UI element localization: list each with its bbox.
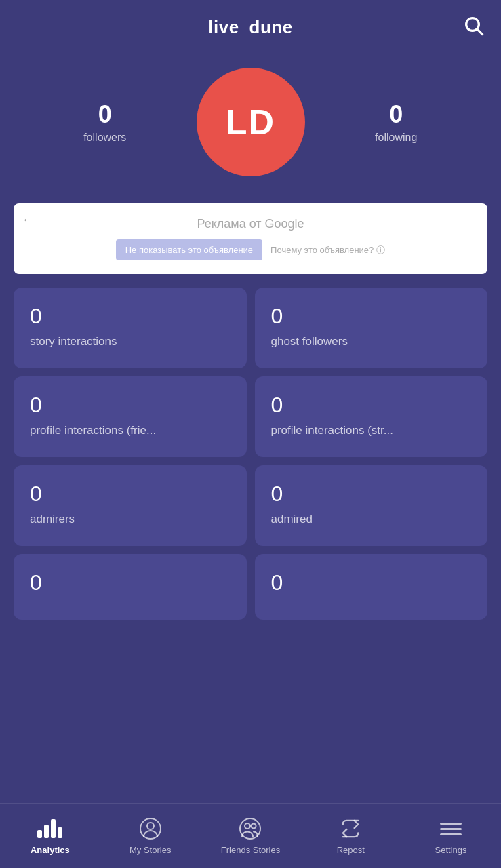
ad-buttons: Не показывать это объявление Почему это … bbox=[116, 239, 386, 260]
followers-count: 0 bbox=[98, 100, 112, 129]
repost-icon bbox=[338, 816, 363, 841]
following-block[interactable]: 0 following bbox=[319, 100, 475, 144]
svg-line-1 bbox=[477, 29, 483, 35]
nav-item-repost[interactable]: Repost bbox=[300, 811, 401, 861]
stat-value: 0 bbox=[271, 570, 472, 595]
stats-grid: 0 story interactions 0 ghost followers 0… bbox=[0, 288, 501, 620]
header: live_dune bbox=[0, 0, 501, 54]
nav-item-settings[interactable]: Settings bbox=[401, 811, 501, 861]
stat-label: profile interactions (frie... bbox=[30, 423, 231, 438]
profile-section: 0 followers LD 0 following bbox=[0, 54, 501, 203]
nav-item-analytics[interactable]: Analytics bbox=[0, 811, 100, 861]
stat-card-admired[interactable]: 0 admired bbox=[255, 465, 488, 546]
followers-label: followers bbox=[83, 132, 126, 144]
nav-label-repost: Repost bbox=[337, 845, 365, 855]
stat-card-extra-1[interactable]: 0 bbox=[14, 554, 247, 620]
stat-label: admirers bbox=[30, 512, 231, 527]
avatar-container[interactable]: LD bbox=[197, 68, 305, 176]
followers-block[interactable]: 0 followers bbox=[27, 100, 183, 144]
stat-card-extra-2[interactable]: 0 bbox=[255, 554, 488, 620]
nav-item-my-stories[interactable]: My Stories bbox=[100, 811, 201, 861]
stat-card-story-interactions[interactable]: 0 story interactions bbox=[14, 288, 247, 368]
stat-card-profile-stories[interactable]: 0 profile interactions (str... bbox=[255, 376, 488, 457]
following-label: following bbox=[375, 132, 417, 144]
nav-label-settings: Settings bbox=[435, 845, 467, 855]
hamburger-icon bbox=[439, 816, 463, 841]
ad-title: Реклама от Google bbox=[197, 217, 304, 231]
search-icon bbox=[463, 15, 485, 37]
stat-label: profile interactions (str... bbox=[271, 423, 472, 438]
svg-point-5 bbox=[245, 823, 250, 829]
page-title: live_dune bbox=[208, 17, 292, 38]
my-stories-icon bbox=[138, 816, 163, 841]
nav-label-friends-stories: Friends Stories bbox=[221, 845, 280, 855]
stat-value: 0 bbox=[30, 481, 231, 507]
search-button[interactable] bbox=[463, 15, 485, 39]
following-count: 0 bbox=[389, 100, 403, 129]
nav-item-friends-stories[interactable]: Friends Stories bbox=[201, 811, 301, 861]
svg-point-3 bbox=[147, 823, 154, 829]
ad-hide-button[interactable]: Не показывать это объявление bbox=[116, 239, 262, 260]
friends-stories-icon bbox=[238, 816, 262, 841]
stat-card-admirers[interactable]: 0 admirers bbox=[14, 465, 247, 546]
back-arrow-icon[interactable]: ← bbox=[22, 213, 34, 227]
nav-label-my-stories: My Stories bbox=[129, 845, 171, 855]
stat-card-profile-friends[interactable]: 0 profile interactions (frie... bbox=[14, 376, 247, 457]
nav-label-analytics: Analytics bbox=[31, 845, 70, 855]
stat-label: story interactions bbox=[30, 334, 231, 349]
stat-value: 0 bbox=[271, 304, 472, 329]
stat-value: 0 bbox=[30, 304, 231, 329]
avatar: LD bbox=[197, 68, 305, 176]
stat-value: 0 bbox=[271, 393, 472, 418]
stat-value: 0 bbox=[30, 570, 231, 595]
svg-point-0 bbox=[466, 18, 479, 31]
ad-banner: ← Реклама от Google Не показывать это об… bbox=[14, 203, 487, 274]
bottom-nav: Analytics My Stories Friends Stories bbox=[0, 803, 501, 868]
stat-label: admired bbox=[271, 512, 472, 527]
ad-why-button[interactable]: Почему это объявление? ⓘ bbox=[270, 244, 385, 256]
bar-chart-icon bbox=[38, 816, 62, 841]
stat-label: ghost followers bbox=[271, 334, 472, 349]
stat-value: 0 bbox=[30, 393, 231, 418]
svg-point-6 bbox=[252, 824, 256, 829]
stat-card-ghost-followers[interactable]: 0 ghost followers bbox=[255, 288, 488, 368]
stat-value: 0 bbox=[271, 481, 472, 507]
